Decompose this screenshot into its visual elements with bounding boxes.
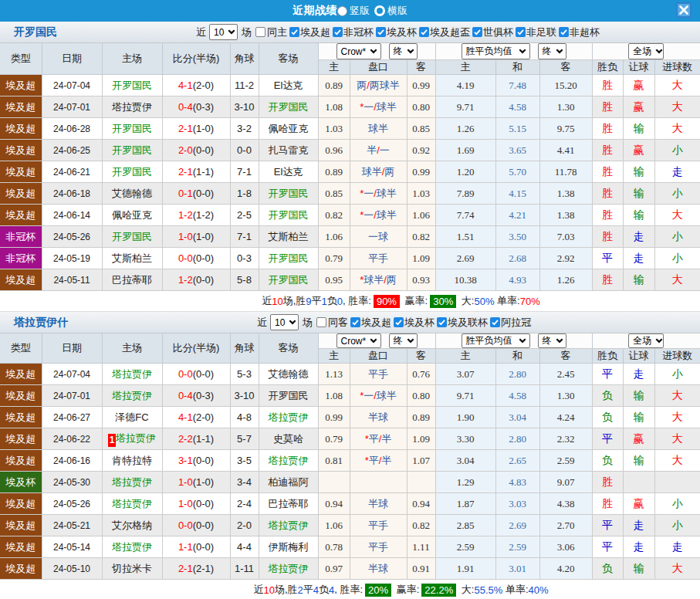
league-checkbox[interactable]: [289, 27, 299, 37]
red-card-count: 1: [108, 434, 116, 447]
close-button[interactable]: [676, 2, 692, 18]
win-odds: 1.90: [435, 407, 495, 428]
score-fulltime: 1-2: [178, 274, 193, 286]
final-score: 0-0(0-0): [162, 515, 230, 536]
league-label[interactable]: 阿拉冠: [501, 316, 531, 330]
league-type-badge: 埃及超: [0, 493, 42, 515]
league-label[interactable]: 非足联: [526, 25, 556, 39]
bookmaker-select[interactable]: Crow*: [336, 333, 381, 348]
same-venue-checkbox[interactable]: [316, 317, 326, 327]
handicap-home-odds: 0.82: [318, 205, 350, 226]
same-venue-checkbox[interactable]: [255, 27, 265, 37]
lose-odds: 7.03: [539, 226, 592, 248]
corner-count: 7-1: [230, 226, 259, 248]
result-win-draw-lose: 负: [592, 385, 623, 407]
team-name-text: 切拉米卡: [112, 563, 152, 574]
league-checkbox[interactable]: [559, 27, 569, 37]
team-name-text: 艾斯柏兰: [112, 252, 152, 264]
league-label[interactable]: 埃及超: [300, 25, 330, 39]
league-label[interactable]: 埃及杯: [387, 25, 417, 39]
win-odds: 3.07: [435, 364, 495, 385]
scope-select[interactable]: 全场: [628, 333, 664, 348]
league-label[interactable]: 埃及联杯: [448, 316, 488, 330]
league-checkbox[interactable]: [472, 27, 482, 37]
result-over-under: 大: [654, 75, 700, 96]
win-odds: 2.59: [435, 536, 495, 558]
match-count-select[interactable]: 10: [209, 24, 238, 40]
radio-vertical-layout[interactable]: [337, 6, 347, 16]
league-label[interactable]: 非冠杯: [343, 25, 374, 39]
summary-segment: 赢率:: [402, 294, 428, 308]
scope-select[interactable]: 全场: [628, 43, 664, 59]
odds-type-select[interactable]: 胜平负均值: [462, 333, 530, 348]
league-label[interactable]: 埃及超盃: [430, 25, 470, 39]
select-value: 胜平负均值: [466, 45, 512, 58]
draw-odds: 2.69: [495, 515, 539, 536]
lose-odds: 1.38: [539, 205, 592, 226]
away-team: El达克: [259, 161, 318, 183]
draw-odds: 4.93: [495, 269, 539, 291]
summary-segment: 2: [298, 584, 303, 596]
sub-col-header: 盘口: [350, 60, 407, 75]
league-label[interactable]: 埃及超: [361, 316, 391, 330]
same-venue-label[interactable]: 同客: [328, 316, 348, 330]
rate-badge: 30%: [430, 295, 456, 308]
col-header-score: 比分(半场): [162, 333, 230, 364]
result-handicap: 走: [623, 515, 654, 536]
radio-horizontal-layout[interactable]: [374, 5, 385, 16]
summary-segment: 大:: [458, 583, 474, 597]
league-checkbox[interactable]: [333, 27, 343, 37]
match-date: 24-06-16: [42, 450, 102, 472]
summary-segment: 10: [263, 584, 274, 596]
result-win-draw-lose: 平: [592, 364, 623, 385]
score-fulltime: 0-0: [178, 252, 193, 264]
result-over-under: 小: [654, 183, 700, 205]
chevron-down-icon: [407, 49, 414, 54]
col-header-type: 类型: [0, 333, 42, 364]
handicap-line: 球半/两: [350, 161, 407, 183]
final-odds-select[interactable]: 终: [389, 43, 418, 59]
league-type-badge: 埃及杯: [0, 472, 42, 493]
result-handicap: 赢: [623, 75, 654, 96]
close-icon: [679, 5, 688, 15]
league-checkbox[interactable]: [394, 317, 404, 327]
score-halftime: (2-0): [193, 80, 214, 91]
league-checkbox[interactable]: [376, 27, 386, 37]
final-score: 0-0(0-0): [162, 248, 230, 269]
league-type-badge: 埃及超: [0, 161, 42, 183]
handicap-away-odds: 1.06: [407, 205, 435, 226]
league-type-badge: 埃及超: [0, 558, 42, 580]
league-label[interactable]: 埃及杯: [404, 316, 435, 330]
checkmark-icon: [560, 28, 568, 36]
bookmaker-select[interactable]: Crow*: [336, 43, 381, 59]
result-win-draw-lose: 胜: [592, 161, 623, 183]
final-odds-select[interactable]: 终: [389, 333, 418, 348]
corner-count: 0-0: [230, 140, 259, 161]
league-label[interactable]: 世俱杯: [483, 25, 513, 39]
league-type-badge: 埃及超: [0, 205, 42, 226]
result-win-draw-lose: 胜: [592, 183, 623, 205]
match-row: 埃及超24-06-21开罗国民2-1(1-1)7-1El达克0.89球半/两0.…: [0, 161, 700, 183]
odds-type-select[interactable]: 胜平负均值: [462, 43, 530, 59]
same-venue-label[interactable]: 同主: [267, 25, 287, 39]
match-date: 24-07-01: [42, 96, 102, 118]
league-checkbox[interactable]: [437, 317, 447, 327]
final-odds-select2[interactable]: 终: [538, 43, 566, 59]
final-odds-select2[interactable]: 终: [538, 333, 566, 348]
summary-segment: 平: [312, 294, 322, 308]
select-group: 胜平负均值 终: [436, 43, 592, 59]
league-checkbox[interactable]: [350, 317, 360, 327]
radio-vertical-label[interactable]: 竖版: [350, 4, 370, 18]
final-score: 2-1(1-1): [162, 161, 230, 183]
radio-horizontal-label[interactable]: 横版: [387, 4, 407, 18]
sub-col-header: 客: [407, 349, 435, 364]
handicap-line: 半球: [350, 407, 407, 428]
league-checkbox[interactable]: [419, 27, 429, 37]
league-checkbox[interactable]: [490, 317, 500, 327]
result-over-under: 大: [654, 118, 700, 140]
summary-segment: 0: [337, 296, 343, 307]
league-label[interactable]: 非超杯: [570, 25, 600, 39]
league-checkbox[interactable]: [516, 27, 526, 37]
match-count-select[interactable]: 10: [270, 314, 299, 330]
handicap-home-odds: 0.89: [318, 161, 350, 183]
